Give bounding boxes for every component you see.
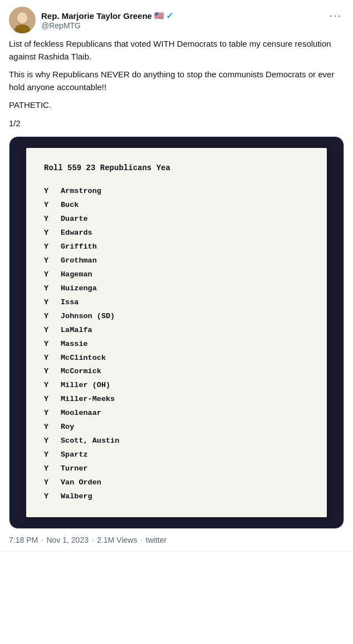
vote-row: YDuarte: [44, 212, 309, 226]
vote-row: YSpartz: [44, 448, 309, 462]
vote-letter: Y: [44, 448, 52, 462]
tweet-views: 2.1M Views: [97, 536, 137, 544]
vote-row: YVan Orden: [44, 476, 309, 490]
paragraph-1: List of feckless Republicans that voted …: [9, 38, 344, 63]
vote-name: Miller-Meeks: [61, 393, 115, 407]
vote-letter: Y: [44, 490, 52, 504]
vote-letter: Y: [44, 338, 52, 351]
paragraph-4: 1/2: [9, 117, 344, 130]
vote-list: YArmstrongYBuckYDuarteYEdwardsYGriffithY…: [44, 185, 309, 504]
footer-dot-2: ·: [92, 536, 94, 544]
vote-letter: Y: [44, 434, 52, 448]
vote-name: Hageman: [61, 268, 92, 282]
vote-letter: Y: [44, 296, 52, 310]
more-options-icon[interactable]: ···: [327, 7, 344, 24]
embedded-document[interactable]: Roll 559 23 Republicans Yea YArmstrongYB…: [9, 136, 344, 529]
tweet-time: 7:18 PM: [9, 536, 38, 544]
vote-letter: Y: [44, 268, 52, 282]
document-title: Roll 559 23 Republicans Yea: [44, 161, 309, 176]
paper-document: Roll 559 23 Republicans Yea YArmstrongYB…: [26, 148, 327, 517]
vote-letter: Y: [44, 240, 52, 254]
vote-name: Moolenaar: [61, 407, 101, 420]
username: @RepMTG: [41, 21, 173, 30]
vote-name: Duarte: [61, 212, 88, 226]
vote-name: McClintock: [61, 351, 106, 365]
tweet-footer: 7:18 PM · Nov 1, 2023 · 2.1M Views · twi…: [9, 536, 344, 544]
vote-row: YRoy: [44, 420, 309, 434]
tweet: Rep. Marjorie Taylor Greene 🇺🇸 ✓ @RepMTG…: [0, 0, 353, 552]
vote-name: Turner: [61, 462, 88, 476]
vote-letter: Y: [44, 351, 52, 365]
vote-name: Scott, Austin: [61, 434, 119, 448]
vote-row: YGrothman: [44, 254, 309, 268]
tweet-header-left: Rep. Marjorie Taylor Greene 🇺🇸 ✓ @RepMTG: [9, 7, 173, 33]
vote-name: Edwards: [61, 226, 92, 240]
tweet-header: Rep. Marjorie Taylor Greene 🇺🇸 ✓ @RepMTG…: [9, 7, 344, 33]
vote-row: YIssa: [44, 296, 309, 310]
vote-row: YBuck: [44, 199, 309, 212]
vote-row: YMiller-Meeks: [44, 393, 309, 407]
vote-name: Grothman: [61, 254, 97, 268]
vote-name: Huizenga: [61, 282, 97, 296]
vote-letter: Y: [44, 379, 52, 393]
vote-letter: Y: [44, 226, 52, 240]
vote-row: YHuizenga: [44, 282, 309, 296]
source-link[interactable]: twitter: [146, 536, 166, 544]
vote-name: McCormick: [61, 365, 101, 379]
vote-name: LaMalfa: [61, 324, 92, 338]
vote-letter: Y: [44, 212, 52, 226]
svg-point-1: [17, 12, 27, 23]
vote-name: Buck: [61, 199, 79, 212]
vote-row: YMiller (OH): [44, 379, 309, 393]
paragraph-2: This is why Republicans NEVER do anythin…: [9, 68, 344, 93]
vote-letter: Y: [44, 282, 52, 296]
vote-row: YMassie: [44, 338, 309, 351]
tweet-date: Nov 1, 2023: [46, 536, 89, 544]
vote-row: YLaMalfa: [44, 324, 309, 338]
paragraph-3: PATHETIC.: [9, 99, 344, 112]
flag-emoji: 🇺🇸: [154, 11, 164, 20]
vote-row: YArmstrong: [44, 185, 309, 199]
vote-name: Roy: [61, 420, 74, 434]
vote-row: YTurner: [44, 462, 309, 476]
vote-row: YWalberg: [44, 490, 309, 504]
tweet-body: List of feckless Republicans that voted …: [9, 38, 344, 130]
footer-dot-1: ·: [41, 536, 43, 544]
vote-letter: Y: [44, 185, 52, 199]
vote-name: Johnson (SD): [61, 310, 115, 324]
vote-letter: Y: [44, 476, 52, 490]
vote-name: Van Orden: [61, 476, 101, 490]
vote-name: Massie: [61, 338, 88, 351]
vote-row: YEdwards: [44, 226, 309, 240]
avatar[interactable]: [9, 7, 36, 33]
vote-name: Miller (OH): [61, 379, 110, 393]
vote-letter: Y: [44, 310, 52, 324]
vote-letter: Y: [44, 365, 52, 379]
vote-row: YMcCormick: [44, 365, 309, 379]
vote-letter: Y: [44, 393, 52, 407]
vote-letter: Y: [44, 199, 52, 212]
vote-row: YMcClintock: [44, 351, 309, 365]
display-name-text: Rep. Marjorie Taylor Greene: [41, 11, 152, 21]
avatar-image: [9, 7, 36, 33]
vote-letter: Y: [44, 420, 52, 434]
vote-row: YJohnson (SD): [44, 310, 309, 324]
vote-name: Walberg: [61, 490, 92, 504]
vote-letter: Y: [44, 462, 52, 476]
vote-name: Spartz: [61, 448, 88, 462]
vote-letter: Y: [44, 254, 52, 268]
vote-name: Armstrong: [61, 185, 101, 199]
user-info: Rep. Marjorie Taylor Greene 🇺🇸 ✓ @RepMTG: [41, 11, 173, 30]
display-name: Rep. Marjorie Taylor Greene 🇺🇸 ✓: [41, 11, 173, 21]
vote-row: YGriffith: [44, 240, 309, 254]
verified-icon: ✓: [166, 11, 173, 21]
vote-letter: Y: [44, 324, 52, 338]
vote-letter: Y: [44, 407, 52, 420]
vote-row: YHageman: [44, 268, 309, 282]
vote-row: YMoolenaar: [44, 407, 309, 420]
vote-name: Issa: [61, 296, 79, 310]
vote-row: YScott, Austin: [44, 434, 309, 448]
footer-dot-3: ·: [140, 536, 142, 544]
vote-name: Griffith: [61, 240, 97, 254]
